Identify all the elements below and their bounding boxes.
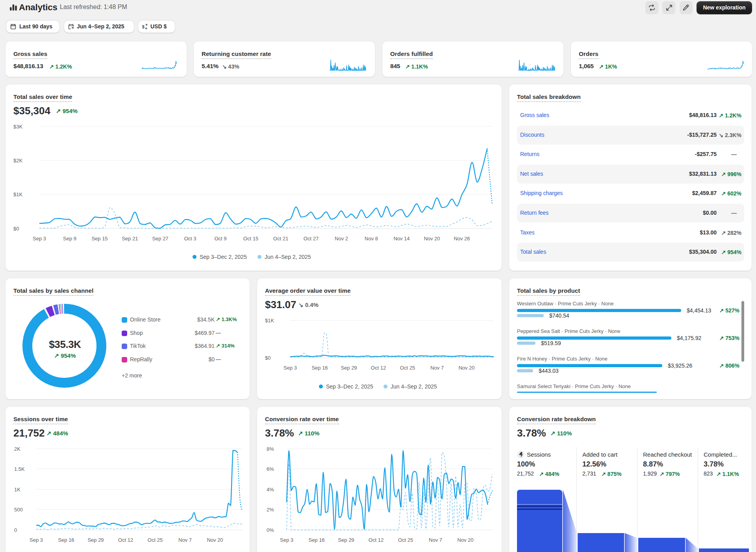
- svg-text:Sep 3: Sep 3: [30, 537, 43, 543]
- svg-text:500: 500: [14, 507, 23, 513]
- svg-text:Oct 25: Oct 25: [400, 365, 415, 371]
- svg-text:Nov 20: Nov 20: [207, 537, 223, 543]
- svg-text:0: 0: [14, 527, 17, 533]
- svg-text:Nov 20: Nov 20: [457, 537, 473, 543]
- svg-text:Sep 3–Dec 2, 2025: Sep 3–Dec 2, 2025: [326, 383, 373, 390]
- svg-text:Nov 7: Nov 7: [429, 537, 442, 543]
- svg-text:Nov 7: Nov 7: [178, 537, 192, 543]
- svg-text:Jun 4–Sep 2, 2025: Jun 4–Sep 2, 2025: [391, 383, 437, 390]
- svg-text:Sep 3: Sep 3: [284, 365, 297, 371]
- svg-text:2%: 2%: [267, 507, 274, 513]
- svg-text:8%: 8%: [267, 446, 274, 452]
- svg-text:Nov 7: Nov 7: [430, 365, 444, 371]
- svg-text:Oct 12: Oct 12: [369, 537, 384, 543]
- svg-text:1.5K: 1.5K: [14, 466, 25, 472]
- svg-text:Sep 29: Sep 29: [338, 537, 354, 543]
- svg-text:Sep 29: Sep 29: [341, 365, 357, 371]
- svg-text:Sep 3: Sep 3: [280, 537, 293, 543]
- svg-text:4%: 4%: [267, 487, 274, 493]
- svg-text:0%: 0%: [267, 527, 274, 533]
- svg-text:Nov 20: Nov 20: [458, 365, 474, 371]
- svg-text:Oct 25: Oct 25: [148, 537, 163, 543]
- svg-text:2K: 2K: [14, 446, 20, 452]
- svg-text:6%: 6%: [267, 466, 274, 472]
- svg-text:Sep 16: Sep 16: [58, 537, 74, 543]
- svg-text:Sep 29: Sep 29: [87, 537, 104, 543]
- svg-text:Oct 12: Oct 12: [118, 537, 133, 543]
- svg-text:Sep 16: Sep 16: [311, 365, 328, 371]
- svg-text:Oct 25: Oct 25: [398, 537, 413, 543]
- svg-text:1K: 1K: [14, 487, 20, 493]
- svg-text:Sep 16: Sep 16: [308, 537, 324, 543]
- svg-text:$1K: $1K: [265, 318, 274, 323]
- svg-text:$0: $0: [265, 355, 271, 361]
- svg-text:Oct 12: Oct 12: [371, 365, 386, 371]
